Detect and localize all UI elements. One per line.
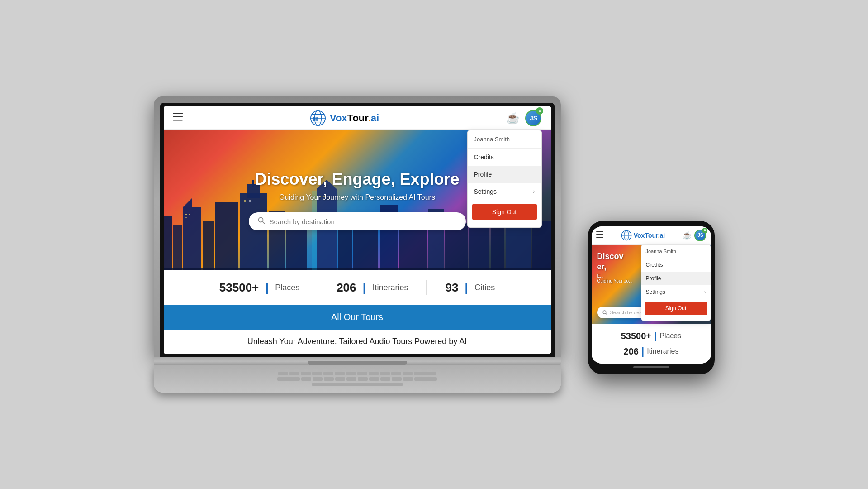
svg-rect-43 <box>596 231 603 232</box>
itineraries-stat: 206 | Itineraries <box>318 280 426 295</box>
phone-places-count: 53500+ <box>621 331 651 341</box>
places-stat: 53500+ | Places <box>201 280 318 295</box>
coffee-icon[interactable]: ☕ <box>506 112 520 125</box>
svg-rect-1 <box>173 116 183 118</box>
svg-text:▓▓: ▓▓ <box>313 116 318 121</box>
places-count: 53500+ <box>219 281 259 295</box>
cities-count: 93 <box>445 281 458 295</box>
key <box>369 377 379 381</box>
phone-nav-right: ☕ JS 0 <box>683 230 706 241</box>
phone-navbar: VoxTour.ai ☕ JS 0 <box>592 226 711 244</box>
logo[interactable]: ▓▓ VoxTour.ai <box>310 110 379 126</box>
phone-screen: VoxTour.ai ☕ JS 0 Joanna Smith Credits <box>592 226 711 364</box>
phone-itineraries-label: Itineraries <box>647 347 678 355</box>
svg-rect-45 <box>596 237 603 238</box>
key <box>358 377 368 381</box>
itineraries-divider: | <box>363 280 366 295</box>
nav-right-icons: ☕ JS 0 <box>506 110 541 126</box>
credits-badge: 0 <box>536 107 543 115</box>
itineraries-count: 206 <box>337 281 356 295</box>
phone-credits-badge: 0 <box>702 228 707 233</box>
laptop-search-bar[interactable] <box>249 212 466 230</box>
phone-dropdown-settings-item[interactable]: Settings › <box>641 285 711 299</box>
phone-places-label: Places <box>659 332 681 340</box>
places-divider: | <box>265 280 269 295</box>
spacebar-key <box>312 383 403 386</box>
phone-itineraries-count: 206 <box>624 346 639 357</box>
phone-itineraries-divider: | <box>641 345 644 357</box>
phone-hero-title: Discover, <box>597 251 624 273</box>
key <box>335 377 345 381</box>
cities-label: Cities <box>474 283 495 292</box>
key <box>403 372 413 375</box>
phone-stats-bar: 53500+ | Places 206 | Itineraries <box>592 324 711 364</box>
key <box>335 372 345 375</box>
hamburger-icon[interactable] <box>173 113 183 123</box>
dropdown-username: Joanna Smith <box>468 130 541 149</box>
key <box>277 377 300 381</box>
svg-line-52 <box>606 313 607 315</box>
laptop-stats-bar: 53500+ | Places 206 | Itineraries 93 | <box>164 270 551 305</box>
phone-settings-chevron-icon: › <box>704 289 706 295</box>
places-label: Places <box>275 283 299 292</box>
dropdown-profile-item[interactable]: Profile <box>468 166 541 183</box>
key <box>391 372 401 375</box>
phone-device: VoxTour.ai ☕ JS 0 Joanna Smith Credits <box>588 221 715 374</box>
laptop-device: ▓▓ VoxTour.ai ☕ JS 0 <box>154 96 561 393</box>
laptop-bottom-section: Unleash Your Adventure: Tailored Audio T… <box>164 330 551 354</box>
key <box>346 372 356 375</box>
cities-divider: | <box>465 280 468 295</box>
globe-icon: ▓▓ <box>310 110 326 126</box>
phone-dropdown-username: Joanna Smith <box>641 245 711 258</box>
phone-hamburger-icon[interactable] <box>596 231 603 239</box>
phone-dropdown-profile-item[interactable]: Profile <box>641 272 711 285</box>
key <box>301 372 311 375</box>
laptop-dropdown-menu: Joanna Smith Credits Profile Settings › … <box>467 130 542 228</box>
dropdown-settings-item[interactable]: Settings › <box>468 183 541 200</box>
svg-rect-0 <box>173 113 183 114</box>
key <box>323 372 333 375</box>
search-icon <box>258 217 265 226</box>
logo-text: VoxTour.ai <box>330 112 379 124</box>
phone-hero-subtitle2: Guiding Your Jo... <box>597 278 633 283</box>
phone-signout-button[interactable]: Sign Out <box>645 302 707 315</box>
key <box>414 377 437 381</box>
hero-title: Discover, Engage, Explore <box>255 170 459 189</box>
phone-places-divider: | <box>654 330 657 342</box>
key <box>380 372 390 375</box>
cities-stat: 93 | Cities <box>426 280 513 295</box>
key <box>289 372 299 375</box>
phone-dropdown-menu: Joanna Smith Credits Profile Settings › … <box>641 244 711 321</box>
bottom-text-content: Unleash Your Adventure: Tailored Audio T… <box>173 337 542 346</box>
key <box>380 377 390 381</box>
settings-chevron-icon: › <box>533 188 535 195</box>
phone-places-stat: 53500+ | Places <box>596 330 707 342</box>
svg-line-42 <box>262 222 265 224</box>
key <box>357 372 367 375</box>
svg-rect-2 <box>173 120 183 121</box>
phone-logo-text: VoxTour.ai <box>634 232 665 239</box>
phone-home-indicator <box>633 366 669 368</box>
svg-rect-44 <box>596 234 603 235</box>
phone-search-icon <box>602 310 607 315</box>
key <box>324 377 334 381</box>
signout-button[interactable]: Sign Out <box>472 204 537 220</box>
key <box>414 372 436 375</box>
search-input[interactable] <box>270 218 457 225</box>
phone-dropdown-credits-item[interactable]: Credits <box>641 258 711 272</box>
laptop-tours-bar[interactable]: All Our Tours <box>164 305 551 330</box>
key <box>278 372 288 375</box>
key <box>369 372 379 375</box>
dropdown-credits-item[interactable]: Credits <box>468 149 541 166</box>
key <box>301 377 311 381</box>
key <box>392 377 402 381</box>
laptop-keyboard <box>154 365 561 393</box>
itineraries-label: Itineraries <box>372 283 408 292</box>
phone-logo[interactable]: VoxTour.ai <box>621 230 665 241</box>
key <box>403 377 413 381</box>
key <box>346 377 356 381</box>
phone-hero-subtitle: E... <box>597 273 604 278</box>
phone-coffee-icon[interactable]: ☕ <box>683 231 692 240</box>
laptop-screen: ▓▓ VoxTour.ai ☕ JS 0 <box>164 106 551 354</box>
tours-bar-text: All Our Tours <box>331 312 383 322</box>
